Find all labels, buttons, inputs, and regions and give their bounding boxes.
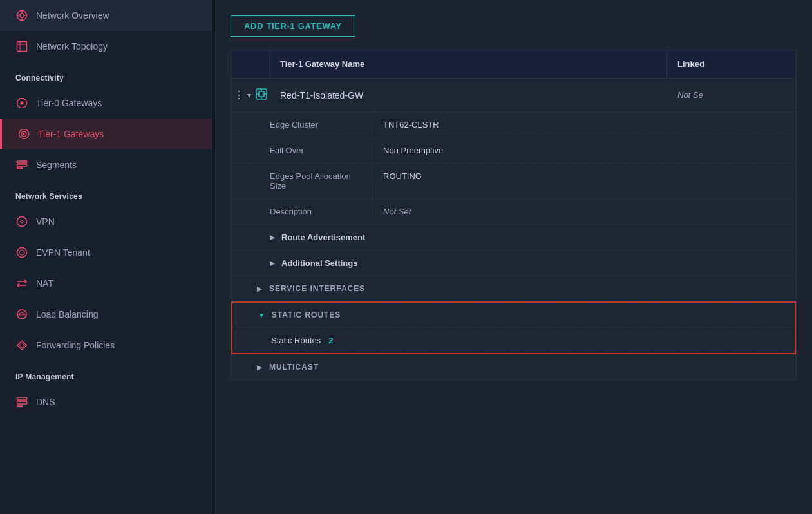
table: Tier-1 Gateway Name Linked ⋮ ▾: [231, 50, 797, 380]
multicast-header[interactable]: ▶ MULTICAST: [231, 354, 796, 379]
table-row: ⋮ ▾ Red-T1-Isolated-GW Not Se: [231, 79, 796, 112]
failover-value: Non Preemptive: [373, 138, 796, 163]
svg-point-1: [20, 14, 24, 17]
sidebar-item-dns[interactable]: DNS: [0, 386, 212, 417]
edge-cluster-label: Edge Cluster: [231, 112, 373, 137]
sidebar-item-vpn[interactable]: VPN: [0, 206, 212, 237]
detail-section: Edge Cluster TNT62-CLSTR Fail Over Non P…: [231, 112, 796, 225]
sidebar-item-network-overview[interactable]: Network Overview: [0, 0, 212, 31]
svg-rect-25: [17, 397, 27, 400]
static-routes-header[interactable]: ▼ STATIC ROUTES: [232, 303, 795, 327]
sidebar-item-label-nat: NAT: [36, 278, 53, 289]
additional-settings-row[interactable]: ▶ Additional Settings: [231, 251, 796, 276]
sidebar-item-tier0-gateways[interactable]: Tier-0 Gateways: [0, 88, 212, 119]
dns-icon: [15, 395, 28, 408]
main-content: ADD TIER-1 GATEWAY Tier-1 Gateway Name L…: [215, 0, 812, 514]
svg-rect-15: [17, 164, 27, 166]
forwarding-policies-icon: [15, 339, 28, 352]
network-topology-icon: [15, 40, 28, 53]
route-advertisement-row[interactable]: ▶ Route Advertisement: [231, 225, 796, 251]
static-routes-label: STATIC ROUTES: [272, 310, 341, 319]
detail-row-edges-pool: Edges Pool Allocation Size ROUTING: [231, 164, 796, 199]
svg-rect-16: [17, 167, 23, 169]
nat-icon: [15, 277, 28, 290]
row-actions: ⋮ ▾: [231, 79, 270, 111]
sidebar-item-label-lb: Load Balancing: [36, 309, 99, 319]
description-value: Not Set: [373, 199, 796, 224]
svg-point-17: [17, 217, 27, 227]
section-label-connectivity: Connectivity: [0, 62, 212, 88]
load-balancing-icon: [15, 308, 28, 321]
sidebar-item-segments[interactable]: Segments: [0, 149, 212, 180]
static-routes-item-label: Static Routes: [271, 336, 321, 345]
segments-icon: [15, 158, 28, 171]
sidebar-item-label-network-topology: Network Topology: [36, 41, 108, 52]
static-routes-row: Static Routes 2: [232, 327, 795, 353]
sidebar-item-forwarding-policies[interactable]: Forwarding Policies: [0, 330, 212, 361]
additional-settings-chevron: ▶: [270, 260, 275, 267]
section-label-network-services: Network Services: [0, 180, 212, 206]
section-label-ip-management: IP Management: [0, 361, 212, 386]
svg-point-10: [21, 102, 24, 105]
route-advertisement-label: Route Advertisement: [281, 233, 365, 242]
static-routes-chevron: ▼: [258, 312, 265, 319]
linked-value: Not Se: [667, 81, 796, 109]
static-routes-section: ▼ STATIC ROUTES Static Routes 2: [231, 301, 796, 354]
sidebar-item-label-segments: Segments: [36, 160, 77, 170]
gateway-name[interactable]: Red-T1-Isolated-GW: [270, 81, 667, 109]
multicast-chevron: ▶: [257, 364, 263, 371]
sidebar-item-evpn-tenant[interactable]: EVPN Tenant: [0, 237, 212, 268]
col-header-linked: Linked: [667, 50, 796, 78]
sidebar-item-tier1-gateways[interactable]: Tier-1 Gateways: [0, 119, 212, 149]
sidebar-item-nat[interactable]: NAT: [0, 268, 212, 299]
row-icon: [255, 88, 268, 102]
svg-rect-6: [17, 42, 27, 52]
svg-rect-29: [259, 91, 264, 97]
failover-label: Fail Over: [231, 138, 373, 163]
col-header-name: Tier-1 Gateway Name: [270, 50, 667, 78]
detail-row-edge-cluster: Edge Cluster TNT62-CLSTR: [231, 112, 796, 138]
static-routes-count[interactable]: 2: [328, 336, 333, 345]
svg-point-19: [19, 250, 24, 255]
svg-rect-26: [17, 401, 27, 404]
edges-pool-label: Edges Pool Allocation Size: [231, 164, 373, 198]
edge-cluster-value: TNT62-CLSTR: [373, 112, 796, 137]
sidebar-item-label-network-overview: Network Overview: [36, 10, 109, 21]
route-adv-chevron: ▶: [270, 234, 275, 241]
tier0-icon: [15, 97, 28, 109]
multicast-label: MULTICAST: [269, 363, 319, 372]
additional-settings-label: Additional Settings: [281, 258, 357, 268]
table-header: Tier-1 Gateway Name Linked: [231, 50, 796, 79]
network-overview-icon: [15, 9, 28, 22]
sidebar-item-label-forwarding: Forwarding Policies: [36, 340, 115, 350]
sidebar-item-label-tier0: Tier-0 Gateways: [36, 98, 102, 108]
more-options-icon[interactable]: ⋮: [234, 89, 243, 101]
sidebar-item-label-dns: DNS: [36, 397, 55, 407]
svg-rect-14: [17, 161, 27, 163]
sidebar: Network Overview Network Topology Connec…: [0, 0, 212, 514]
service-interfaces-header[interactable]: ▶ SERVICE INTERFACES: [231, 276, 796, 301]
col-header-actions: [231, 50, 270, 78]
sidebar-item-label-vpn: VPN: [36, 216, 55, 227]
detail-row-failover: Fail Over Non Preemptive: [231, 138, 796, 164]
service-interfaces-chevron: ▶: [257, 285, 263, 292]
description-label: Description: [231, 199, 373, 224]
service-interfaces-label: SERVICE INTERFACES: [269, 284, 365, 293]
sidebar-item-label-tier1: Tier-1 Gateways: [38, 129, 104, 139]
tier1-icon: [17, 128, 30, 140]
sidebar-item-network-topology[interactable]: Network Topology: [0, 31, 212, 62]
sidebar-item-load-balancing[interactable]: Load Balancing: [0, 299, 212, 330]
svg-rect-27: [17, 405, 23, 407]
expand-row-icon[interactable]: ▾: [247, 91, 251, 100]
evpn-icon: [15, 246, 28, 259]
svg-point-13: [23, 133, 25, 135]
sidebar-item-label-evpn: EVPN Tenant: [36, 247, 90, 258]
edges-pool-value: ROUTING: [373, 164, 796, 198]
add-tier1-gateway-button[interactable]: ADD TIER-1 GATEWAY: [231, 15, 355, 37]
svg-point-18: [17, 248, 27, 258]
vpn-icon: [15, 215, 28, 228]
detail-row-description: Description Not Set: [231, 199, 796, 224]
